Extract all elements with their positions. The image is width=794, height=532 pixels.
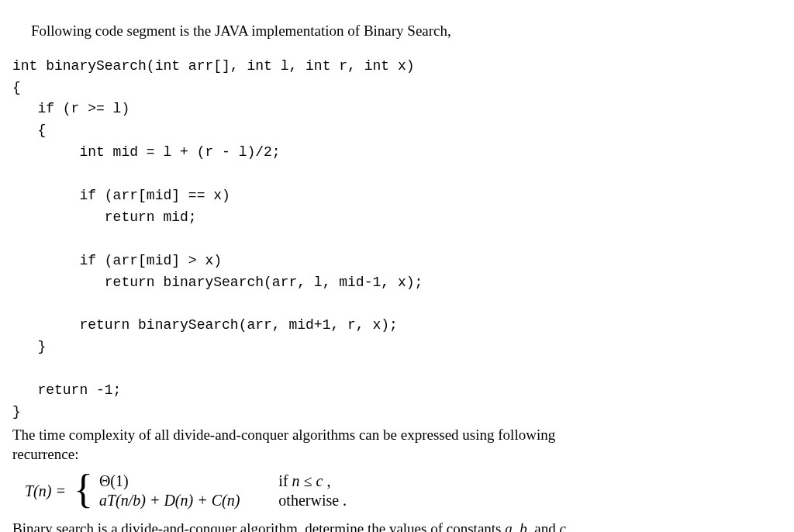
case2-a: aT bbox=[99, 492, 116, 509]
question-paragraph: Binary search is a divide-and-conquer al… bbox=[12, 519, 782, 532]
tn-label: T(n) = bbox=[25, 482, 66, 500]
case1-suffix: , bbox=[323, 472, 330, 489]
q-pre: Binary search is a divide-and-conquer al… bbox=[12, 520, 505, 532]
case2-rest: (n/b) + D(n) + C(n) bbox=[116, 492, 240, 509]
case1-expr: Θ(1) bbox=[99, 472, 240, 490]
q-ab: a, b, bbox=[505, 520, 530, 532]
case1-if: if bbox=[278, 472, 292, 489]
para-line1: The time complexity of all divide-and-co… bbox=[12, 427, 555, 443]
intro-paragraph: Following code segment is the JAVA imple… bbox=[12, 21, 782, 41]
cases-grid: Θ(1) if n ≤ c , aT(n/b) + D(n) + C(n) ot… bbox=[99, 472, 347, 510]
case1-var: n ≤ c bbox=[292, 472, 323, 489]
para-line2: recurrence: bbox=[12, 446, 78, 462]
recurrence-paragraph: The time complexity of all divide-and-co… bbox=[12, 425, 782, 465]
case2-expr: aT(n/b) + D(n) + C(n) bbox=[99, 492, 240, 510]
case2-cond: otherwise . bbox=[278, 492, 347, 510]
brace-icon: { bbox=[74, 469, 93, 510]
q-comma: , bbox=[566, 520, 570, 532]
q-and: and bbox=[531, 520, 560, 532]
code-block: int binarySearch(int arr[], int l, int r… bbox=[12, 56, 782, 423]
case1-cond: if n ≤ c , bbox=[278, 472, 347, 490]
recurrence-equation: T(n) = { Θ(1) if n ≤ c , aT(n/b) + D(n) … bbox=[25, 471, 782, 511]
q-c: c bbox=[559, 520, 565, 532]
